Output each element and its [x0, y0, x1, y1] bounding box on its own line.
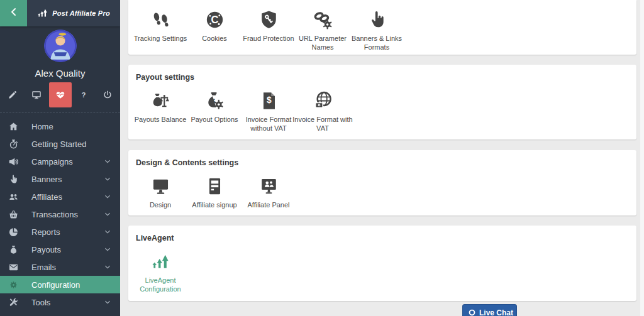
card-title: LiveAgent	[133, 226, 630, 242]
stopwatch-icon	[8, 139, 19, 150]
chevron-down-icon	[104, 158, 111, 165]
nav-item-label: Home	[31, 122, 104, 131]
settings-item-design[interactable]: Design	[133, 175, 187, 209]
hand-pointer-icon	[8, 174, 19, 185]
collapse-sidebar-button[interactable]	[0, 0, 27, 26]
settings-item-label: LiveAgent Configuration	[129, 276, 192, 293]
svg-text:C: C	[211, 14, 218, 25]
settings-item-cookies[interactable]: C Cookies	[187, 8, 242, 43]
money-scale-icon	[150, 89, 171, 111]
sidebar-item-home[interactable]: Home	[0, 117, 120, 135]
chevron-down-icon	[104, 298, 111, 306]
nav-item-label: Banners	[31, 175, 104, 184]
brand-arrows-icon	[37, 8, 48, 19]
nav-item-label: Transactions	[31, 210, 104, 219]
settings-item-fraud-protection[interactable]: Fraud Protection	[242, 8, 296, 43]
sidebar-item-banners[interactable]: Banners	[0, 170, 120, 188]
nav-item-label: Reports	[31, 227, 104, 237]
profile-action-help[interactable]: ?	[72, 82, 95, 107]
settings-cards: Tracking Settings C Cookies Fraud Protec…	[128, 0, 636, 301]
settings-item-payouts-balance[interactable]: Payouts Balance	[133, 89, 187, 124]
settings-item-label: Banners & Links Formats	[345, 34, 408, 52]
card-items-row: Payouts Balance $ Payout Options $ Invoi…	[133, 89, 630, 133]
profile-action-display[interactable]	[25, 82, 48, 107]
sidebar-item-affiliates[interactable]: Affiliates	[0, 188, 120, 205]
settings-item-label: Payouts Balance	[129, 115, 192, 124]
settings-item-liveagent-configuration[interactable]: LiveAgent Configuration	[133, 250, 187, 293]
livechat-ring-icon	[468, 308, 476, 316]
settings-item-invoice-format-without-vat[interactable]: $ Invoice Format without VAT	[242, 89, 296, 133]
brand-name: Post Affiliate Pro	[52, 9, 110, 17]
settings-item-affiliate-panel[interactable]: Affiliate Panel	[242, 175, 296, 209]
settings-item-url-parameter-names[interactable]: URL Parameter Names	[296, 8, 350, 52]
card-items-row: Design Affiliate signup Affiliate Panel	[133, 175, 630, 209]
settings-item-label: Invoice Format without VAT	[237, 115, 300, 133]
sidebar-item-reports[interactable]: Reports	[0, 223, 120, 241]
settings-card: Payout settings Payouts Balance $ Payout…	[128, 65, 636, 139]
signup-form-icon	[204, 175, 225, 197]
heartbeat-icon	[55, 90, 65, 100]
dashed-divider	[0, 112, 120, 112]
settings-item-affiliate-signup[interactable]: Affiliate signup	[187, 175, 242, 209]
shield-key-icon	[258, 8, 279, 30]
sidebar-item-campaigns[interactable]: Campaigns	[0, 153, 120, 170]
settings-item-tracking-settings[interactable]: Tracking Settings	[133, 8, 187, 43]
nav-item-label: Emails	[31, 263, 104, 272]
power-icon	[103, 90, 113, 100]
tools-icon	[8, 297, 19, 308]
sidebar-item-transactions[interactable]: Transactions	[0, 205, 120, 223]
settings-card: Tracking Settings C Cookies Fraud Protec…	[128, 0, 636, 55]
settings-card: Design & Contents settings Design Affili…	[128, 150, 636, 215]
users-icon	[8, 192, 19, 202]
nav-item-label: Payouts	[31, 245, 104, 254]
money-gear-icon: $	[204, 89, 225, 111]
money-bag-icon	[8, 244, 19, 255]
card-items-row: Tracking Settings C Cookies Fraud Protec…	[133, 8, 630, 52]
scrollbar-track[interactable]	[640, 0, 644, 316]
live-chat-label: Live Chat	[479, 308, 513, 316]
sidebar-item-configuration[interactable]: Configuration	[0, 276, 120, 293]
settings-item-payout-options[interactable]: $ Payout Options	[187, 89, 242, 124]
card-title: Design & Contents settings	[133, 150, 630, 167]
monitor-icon	[150, 175, 171, 197]
profile-action-health-status[interactable]	[49, 82, 72, 107]
sidebar-item-emails[interactable]: Emails	[0, 258, 120, 276]
main-content: Tracking Settings C Cookies Fraud Protec…	[120, 0, 644, 316]
settings-item-banners-links-formats[interactable]: Banners & Links Formats	[350, 8, 404, 52]
avatar	[44, 30, 77, 62]
user-name: Alex Quality	[0, 68, 120, 79]
settings-item-label: Affiliate Panel	[237, 200, 300, 209]
gear-icon	[8, 280, 19, 290]
settings-item-label: Tracking Settings	[129, 34, 192, 43]
profile-action-edit-profile[interactable]	[1, 82, 24, 107]
question-icon: ?	[79, 90, 89, 100]
settings-card: LiveAgent LiveAgent Configuration	[128, 226, 636, 301]
home-icon	[8, 121, 19, 132]
live-chat-button[interactable]: Live Chat	[462, 304, 517, 316]
sidebar-nav: Home Getting Started Campaigns Banners A…	[0, 117, 120, 311]
sidebar-item-payouts[interactable]: Payouts	[0, 241, 120, 258]
profile-action-logout[interactable]	[96, 82, 119, 107]
app-root: Post Affiliate Pro Alex Quality	[0, 0, 644, 316]
settings-item-label: Fraud Protection	[237, 34, 300, 43]
chevron-down-icon	[104, 228, 111, 236]
envelope-icon	[8, 262, 19, 273]
panel-users-icon	[258, 175, 279, 197]
profile-section: Alex Quality ?	[0, 26, 120, 107]
svg-text:$: $	[211, 97, 214, 105]
basket-icon	[8, 209, 19, 220]
settings-item-label: Affiliate signup	[183, 200, 246, 209]
settings-item-label: Cookies	[183, 34, 246, 43]
pie-chart-icon	[8, 227, 19, 237]
settings-item-invoice-format-with-vat[interactable]: Invoice Format with VAT	[296, 89, 350, 133]
chevron-down-icon	[104, 193, 111, 200]
sidebar-item-tools[interactable]: Tools	[0, 293, 120, 311]
footprints-icon	[150, 8, 171, 30]
card-title: Payout settings	[133, 65, 630, 82]
sidebar-item-getting-started[interactable]: Getting Started	[0, 135, 120, 153]
settings-item-label: Payout Options	[183, 115, 246, 124]
brand-logo: Post Affiliate Pro	[27, 0, 120, 26]
sidebar: Post Affiliate Pro Alex Quality	[0, 0, 120, 316]
svg-text:$: $	[267, 95, 272, 105]
chevron-down-icon	[104, 210, 111, 218]
